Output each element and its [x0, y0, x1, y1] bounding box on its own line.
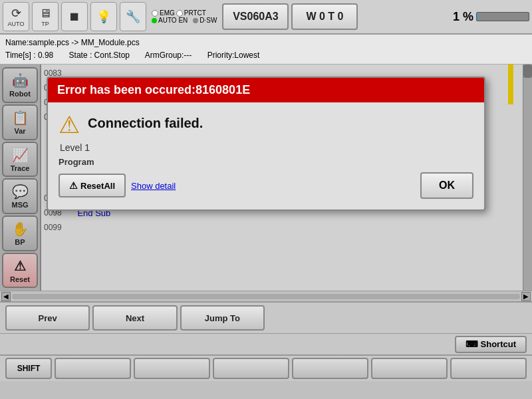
auto-button[interactable]: ⟳ AUTO: [3, 2, 29, 31]
shift-btn-3[interactable]: [134, 358, 210, 379]
light-button[interactable]: 💡: [90, 2, 117, 31]
main-area: 🤖 Robot 📋 Var 📈 Trace 💬 MSG ✋ BP ⚠ Reset…: [0, 65, 532, 291]
shortcut-icon: ⌨: [466, 339, 478, 349]
auto-icon: ⟳: [11, 6, 21, 21]
shift-btn-4[interactable]: [213, 358, 289, 379]
prtct-radio[interactable]: [176, 10, 183, 17]
shortcut-button[interactable]: ⌨ Shortcut: [455, 336, 527, 353]
tp-button[interactable]: 🖥 TP: [32, 2, 59, 31]
armgroup-label: ArmGroup:---: [145, 51, 192, 60]
percent-text: 1 %: [453, 10, 473, 24]
program-name: Name:sample.pcs -> MM_Module.pcs: [5, 38, 140, 47]
ok-button[interactable]: OK: [420, 172, 473, 199]
shift-btn-6[interactable]: [371, 358, 448, 379]
reset-all-button[interactable]: ⚠ ResetAll: [59, 174, 126, 198]
dsw-dot: [193, 18, 198, 23]
shift-btn-5[interactable]: [292, 358, 368, 379]
dialog-title: Error has been occured:8160801E: [48, 78, 484, 102]
dialog-body: ⚠ Connection failed. Level 1 Program ⚠ R…: [48, 102, 484, 209]
percent-area: 1 %: [453, 10, 529, 24]
power-button[interactable]: ⏹: [61, 2, 88, 31]
percent-bar: [476, 12, 529, 21]
wrench-icon: 🔧: [126, 9, 140, 24]
top-toolbar: ⟳ AUTO 🖥 TP ⏹ 💡 🔧 EMG PRTCT AUTO EN D·SW…: [0, 0, 532, 35]
shortcut-label: Shortcut: [481, 339, 516, 349]
shortcut-bar: ⌨ Shortcut: [0, 333, 532, 354]
hscroll-left-arrow[interactable]: ◀: [1, 292, 11, 301]
priority-label: Priority:Lowest: [207, 51, 260, 60]
show-detail-button[interactable]: Show detail: [131, 181, 176, 191]
time-label: Time[s] : 0.98: [5, 51, 53, 60]
shift-bar: SHIFT: [0, 354, 532, 381]
wrench-button[interactable]: 🔧: [120, 2, 146, 31]
dialog-message-text: Connection failed.: [88, 113, 203, 131]
bottom-toolbar: Prev Next Jump To: [0, 301, 532, 333]
light-icon: 💡: [96, 9, 111, 24]
warning-icon: ⚠: [59, 113, 80, 137]
mode-radio-group: EMG PRTCT AUTO EN D·SW: [152, 9, 217, 24]
dialog-overlay: Error has been occured:8160801E ⚠ Connec…: [0, 65, 532, 291]
tp-icon: 🖥: [39, 7, 51, 21]
state-label: State : Cont.Stop: [69, 51, 130, 60]
dialog-left-buttons: ⚠ ResetAll Show detail: [59, 174, 176, 198]
vs-button[interactable]: VS060A3: [222, 3, 289, 30]
hscroll-track[interactable]: [12, 294, 520, 299]
jump-to-button[interactable]: Jump To: [180, 305, 265, 331]
autoen-dot: [152, 18, 157, 23]
shift-btn-2[interactable]: [55, 358, 131, 379]
dialog-level: Level 1: [59, 142, 473, 153]
reset-warn-icon: ⚠: [69, 180, 78, 191]
prev-button[interactable]: Prev: [5, 305, 90, 331]
power-icon: ⏹: [68, 10, 80, 24]
error-dialog: Error has been occured:8160801E ⚠ Connec…: [47, 76, 485, 211]
horizontal-scrollbar[interactable]: ◀ ▶: [0, 291, 532, 301]
emg-radio[interactable]: [152, 10, 158, 17]
dialog-message-row: ⚠ Connection failed.: [59, 113, 473, 137]
w0t0-button[interactable]: W 0 T 0: [291, 3, 358, 30]
dialog-section: Program: [59, 157, 473, 167]
shift-button[interactable]: SHIFT: [5, 358, 52, 379]
hscroll-right-arrow[interactable]: ▶: [521, 292, 531, 301]
next-button[interactable]: Next: [92, 305, 177, 331]
shift-btn-7[interactable]: [450, 358, 527, 379]
dialog-buttons-row: ⚠ ResetAll Show detail OK: [59, 170, 473, 204]
info-bar: Name:sample.pcs -> MM_Module.pcs Time[s]…: [0, 35, 532, 65]
